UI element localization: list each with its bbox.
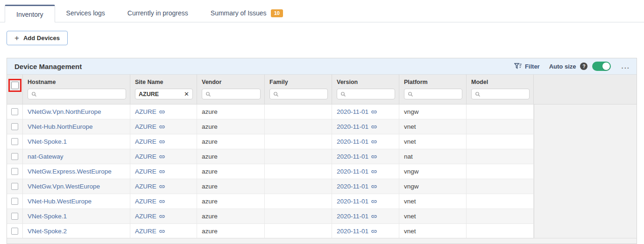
cell-hostname[interactable]: nat-Gateway	[23, 149, 130, 164]
cell-site[interactable]: AZURE	[130, 179, 197, 194]
row-checkbox[interactable]	[11, 198, 18, 205]
row-checkbox[interactable]	[11, 108, 18, 115]
link-icon[interactable]	[159, 124, 165, 130]
panel-header: Device Management Filter Auto size ? ...	[7, 58, 637, 75]
cell-vendor: azure	[197, 209, 265, 223]
cell-version[interactable]: 2020-11-01	[332, 179, 399, 194]
link-icon[interactable]	[371, 228, 377, 235]
more-menu-button[interactable]: ...	[621, 64, 630, 69]
select-all-checkbox[interactable]	[11, 82, 19, 89]
row-checkbox[interactable]	[11, 213, 18, 220]
row-checkbox[interactable]	[11, 183, 18, 190]
hostname-link-text: VNetGw.Vpn.WestEurope	[28, 183, 100, 190]
cell-family	[265, 134, 332, 149]
link-icon[interactable]	[371, 124, 377, 130]
filter-input-model[interactable]	[483, 91, 526, 98]
column-title-model[interactable]: Model	[471, 79, 530, 85]
cell-model	[467, 119, 534, 134]
search-icon	[408, 91, 413, 97]
row-checkbox[interactable]	[11, 138, 18, 145]
cell-version[interactable]: 2020-11-01	[332, 224, 399, 238]
help-icon[interactable]: ?	[580, 63, 587, 70]
link-icon[interactable]	[371, 168, 377, 175]
column-title-site[interactable]: Site Name	[135, 79, 193, 85]
cell-version[interactable]: 2020-11-01	[332, 164, 399, 179]
column-title-hostname[interactable]: Hostname	[28, 79, 126, 85]
cell-family	[265, 119, 332, 134]
cell-site[interactable]: AZURE	[130, 209, 197, 223]
link-icon[interactable]	[159, 183, 165, 190]
cell-version[interactable]: 2020-11-01	[332, 149, 399, 164]
column-filter-vendor	[202, 89, 261, 99]
site-link-text: AZURE	[135, 108, 156, 115]
link-icon[interactable]	[371, 153, 377, 160]
cell-version[interactable]: 2020-11-01	[332, 105, 399, 119]
version-link-text: 2020-11-01	[337, 153, 368, 160]
link-icon[interactable]	[159, 228, 165, 235]
filter-button[interactable]: Filter	[514, 63, 540, 70]
filter-input-site[interactable]	[139, 91, 181, 98]
filter-input-family[interactable]	[282, 91, 324, 98]
column-filter-model	[471, 89, 530, 99]
filter-funnel-icon	[514, 63, 522, 70]
link-icon[interactable]	[159, 198, 165, 205]
cell-site[interactable]: AZURE	[130, 149, 197, 164]
column-title-platform[interactable]: Platform	[404, 79, 462, 85]
cell-site[interactable]: AZURE	[130, 164, 197, 179]
column-title-version[interactable]: Version	[337, 79, 395, 85]
cell-version[interactable]: 2020-11-01	[332, 134, 399, 149]
cell-hostname[interactable]: VNet-Spoke.1	[23, 134, 130, 149]
filter-input-version[interactable]	[349, 91, 391, 98]
link-icon[interactable]	[159, 168, 165, 175]
autosize-toggle[interactable]	[592, 62, 611, 71]
column-title-vendor[interactable]: Vendor	[202, 79, 261, 85]
link-icon[interactable]	[159, 109, 165, 115]
cell-hostname[interactable]: VNet-Spoke.1	[23, 209, 130, 223]
filter-input-vendor[interactable]	[214, 91, 257, 98]
link-icon[interactable]	[159, 153, 165, 160]
tab-currently-in-progress[interactable]: Currently in progress	[116, 4, 199, 22]
search-icon	[340, 91, 346, 97]
cell-site[interactable]: AZURE	[130, 194, 197, 209]
cell-site[interactable]: AZURE	[130, 119, 197, 134]
tab-inventory[interactable]: Inventory	[5, 5, 55, 22]
cell-hostname[interactable]: VNet-Spoke.2	[23, 224, 130, 238]
cell-version[interactable]: 2020-11-01	[332, 209, 399, 223]
site-link-text: AZURE	[135, 168, 156, 175]
device-management-panel: Device Management Filter Auto size ? ...	[7, 58, 637, 244]
link-icon[interactable]	[371, 109, 377, 115]
filter-input-hostname[interactable]	[40, 91, 122, 98]
cell-hostname[interactable]: VNetGw.Express.WestEurope	[23, 164, 130, 179]
cell-hostname[interactable]: VNet-Hub.WestEurope	[23, 194, 130, 209]
toggle-knob	[602, 63, 610, 70]
link-icon[interactable]	[159, 213, 165, 220]
link-icon[interactable]	[371, 213, 377, 220]
link-icon[interactable]	[371, 183, 377, 190]
tab-services-logs[interactable]: Services logs	[55, 4, 116, 22]
cell-site[interactable]: AZURE	[130, 134, 197, 149]
filter-input-platform[interactable]	[416, 91, 459, 98]
clear-filter-icon[interactable]: ✕	[184, 91, 189, 97]
row-checkbox[interactable]	[11, 168, 18, 175]
row-checkbox[interactable]	[11, 153, 18, 160]
tab-label: Inventory	[16, 11, 43, 18]
cell-hostname[interactable]: VNetGw.Vpn.WestEurope	[23, 179, 130, 194]
link-icon[interactable]	[159, 139, 165, 145]
row-checkbox-cell	[7, 119, 23, 134]
horizontal-scrollbar-track[interactable]	[7, 238, 637, 244]
cell-hostname[interactable]: VNetGw.Vpn.NorthEurope	[23, 105, 130, 119]
table-row: VNetGw.Express.WestEuropeAZUREazure2020-…	[7, 164, 534, 179]
link-icon[interactable]	[371, 198, 377, 205]
row-checkbox[interactable]	[11, 123, 18, 130]
cell-version[interactable]: 2020-11-01	[332, 119, 399, 134]
tab-summary-of-issues[interactable]: Summary of Issues 10	[199, 4, 294, 22]
row-checkbox[interactable]	[11, 228, 18, 235]
column-title-family[interactable]: Family	[269, 79, 328, 85]
link-icon[interactable]	[371, 139, 377, 145]
cell-platform: vngw	[399, 164, 467, 179]
cell-hostname[interactable]: VNet-Hub.NorthEurope	[23, 119, 130, 134]
cell-site[interactable]: AZURE	[130, 224, 197, 238]
add-devices-button[interactable]: + Add Devices	[7, 31, 68, 45]
cell-site[interactable]: AZURE	[130, 105, 197, 119]
cell-version[interactable]: 2020-11-01	[332, 194, 399, 209]
